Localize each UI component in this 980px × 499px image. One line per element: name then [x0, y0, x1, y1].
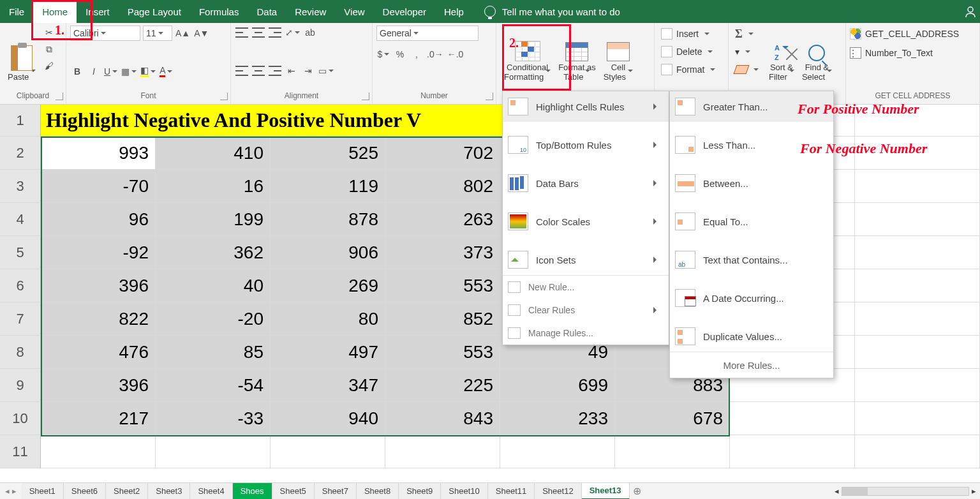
decrease-font-button[interactable]: A▼	[193, 26, 209, 40]
cell[interactable]: 347	[271, 369, 385, 402]
menu-data-bars[interactable]: Data Bars	[503, 168, 669, 198]
cell[interactable]: 699	[500, 369, 615, 402]
cell[interactable]	[730, 402, 855, 435]
tab-page-layout[interactable]: Page Layout	[119, 0, 190, 23]
sheet-tab[interactable]: Shoes	[233, 483, 272, 500]
sheet-tab[interactable]: Sheet9	[399, 483, 441, 500]
fill-color-button[interactable]: ◧	[140, 64, 156, 78]
paste-button[interactable]: Paste	[4, 26, 40, 83]
cell[interactable]: 233	[500, 402, 615, 435]
sheet-tab[interactable]: Sheet5	[272, 483, 315, 500]
cell[interactable]: 553	[385, 336, 500, 369]
row-header[interactable]: 2	[0, 137, 41, 170]
increase-decimal-button[interactable]: .0→	[426, 47, 444, 61]
cell[interactable]: 263	[385, 203, 500, 236]
row-header[interactable]: 3	[0, 170, 41, 203]
format-cells-button[interactable]: Format	[658, 61, 718, 78]
tell-me-search[interactable]: Tell me what you want to do	[484, 0, 620, 23]
accounting-format-button[interactable]: $	[376, 47, 390, 61]
horizontal-scrollbar[interactable]	[842, 487, 969, 496]
cell[interactable]: 822	[41, 302, 156, 336]
italic-button[interactable]: I	[87, 64, 101, 78]
alignment-dialog-launcher[interactable]	[362, 93, 369, 100]
number-dialog-launcher[interactable]	[486, 93, 493, 100]
row-header[interactable]: 4	[0, 203, 41, 236]
addin-number-to-text[interactable]: Number_To_Text	[850, 45, 933, 61]
wrap-text-button[interactable]: ab	[303, 26, 317, 40]
menu-top-bottom-rules[interactable]: Top/Bottom Rules	[503, 130, 669, 160]
decrease-indent-button[interactable]: ⇤	[285, 64, 299, 78]
cell[interactable]: 396	[41, 269, 156, 302]
menu-between[interactable]: Between...	[670, 168, 833, 198]
sort-filter-button[interactable]: Sort & Filter	[765, 26, 798, 83]
tab-view[interactable]: View	[335, 0, 373, 23]
row-header[interactable]: 7	[0, 302, 41, 336]
cell[interactable]: -92	[41, 236, 156, 269]
cell[interactable]: 373	[385, 236, 500, 269]
sheet-tab[interactable]: Sheet12	[535, 483, 581, 500]
cell[interactable]	[500, 435, 615, 468]
cell[interactable]: -70	[41, 170, 156, 203]
underline-button[interactable]: U	[103, 64, 118, 78]
align-middle-button[interactable]	[251, 26, 265, 40]
cell[interactable]	[855, 402, 980, 435]
cell[interactable]	[385, 435, 500, 468]
cell[interactable]: 906	[271, 236, 385, 269]
conditional-formatting-button[interactable]: Conditional Formatting	[500, 26, 554, 83]
row-header[interactable]: 9	[0, 369, 41, 402]
menu-manage-rules[interactable]: Manage Rules...	[503, 322, 669, 345]
cell[interactable]: 225	[385, 369, 500, 402]
merge-center-button[interactable]: ▭	[318, 64, 334, 78]
tab-review[interactable]: Review	[286, 0, 335, 23]
cell[interactable]: 396	[41, 369, 156, 402]
menu-color-scales[interactable]: Color Scales	[503, 206, 669, 237]
cell[interactable]: 497	[271, 336, 385, 369]
cell[interactable]	[855, 170, 980, 203]
menu-equal-to[interactable]: Equal To...	[670, 206, 833, 237]
orientation-button[interactable]: ⤢	[285, 26, 301, 40]
cell[interactable]: 878	[271, 203, 385, 236]
cell[interactable]: 852	[385, 302, 500, 336]
cell[interactable]: 843	[385, 402, 500, 435]
tab-data[interactable]: Data	[248, 0, 286, 23]
bold-button[interactable]: B	[70, 64, 84, 78]
cell[interactable]	[730, 435, 855, 468]
cell[interactable]: -20	[156, 302, 271, 336]
copy-button[interactable]: ⧉	[42, 42, 56, 56]
sheet-tab[interactable]: Sheet3	[148, 483, 190, 500]
cell[interactable]	[855, 435, 980, 468]
delete-cells-button[interactable]: Delete	[658, 43, 715, 60]
tab-help[interactable]: Help	[435, 0, 473, 23]
tab-insert[interactable]: Insert	[77, 0, 119, 23]
autosum-button[interactable]: Σ	[732, 26, 756, 42]
format-painter-button[interactable]: 🖌	[42, 59, 56, 73]
menu-text-contains[interactable]: Text that Contains...	[670, 244, 833, 275]
cell[interactable]	[855, 369, 980, 402]
menu-icon-sets[interactable]: Icon Sets	[503, 244, 669, 275]
cell[interactable]: 96	[41, 203, 156, 236]
cell[interactable]: 217	[41, 402, 156, 435]
number-format-select[interactable]: General	[376, 26, 479, 41]
cell[interactable]: 702	[385, 137, 500, 170]
new-sheet-button[interactable]: ⊕	[630, 485, 645, 497]
sheet-tab[interactable]: Sheet4	[190, 483, 232, 500]
scroll-right-button[interactable]: ▸	[972, 486, 976, 496]
menu-new-rule[interactable]: New Rule...	[503, 276, 669, 299]
cell[interactable]: 40	[156, 269, 271, 302]
cell[interactable]	[855, 302, 980, 336]
row-header[interactable]: 6	[0, 269, 41, 302]
cell[interactable]: 80	[271, 302, 385, 336]
format-as-table-button[interactable]: Format as Table	[554, 26, 600, 83]
menu-duplicate-values[interactable]: Duplicate Values...	[670, 321, 833, 352]
cell[interactable]	[615, 435, 730, 468]
percent-format-button[interactable]: %	[393, 47, 407, 61]
insert-cells-button[interactable]: Insert	[658, 26, 712, 42]
cell-styles-button[interactable]: Cell Styles	[600, 26, 637, 83]
cell[interactable]: 525	[271, 137, 385, 170]
row-header[interactable]: 8	[0, 336, 41, 369]
tab-developer[interactable]: Developer	[374, 0, 435, 23]
cell[interactable]: 476	[41, 336, 156, 369]
clear-button[interactable]	[732, 61, 761, 78]
sheet-tab[interactable]: Sheet13	[582, 483, 630, 500]
menu-highlight-cells-rules[interactable]: Highlight Cells Rules	[503, 91, 669, 122]
